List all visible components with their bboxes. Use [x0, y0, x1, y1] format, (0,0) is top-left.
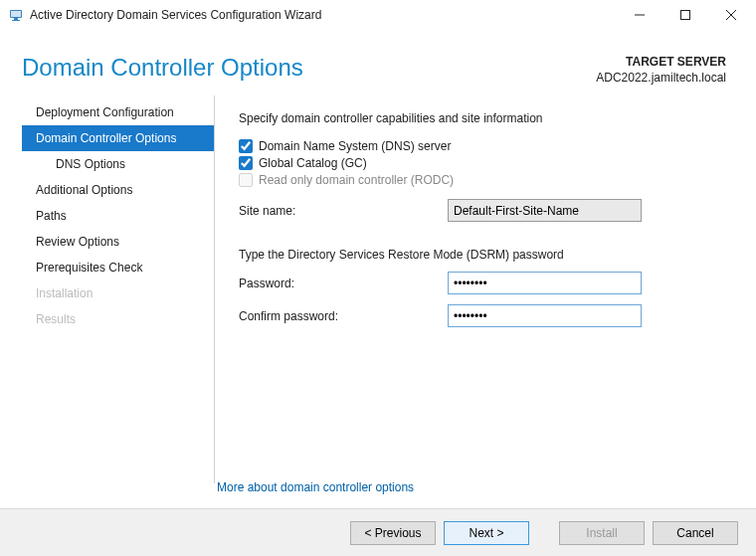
- next-button[interactable]: Next >: [444, 521, 529, 545]
- confirm-password-input[interactable]: [448, 304, 642, 327]
- target-server-value: ADC2022.jamiltech.local: [596, 70, 726, 86]
- svg-rect-1: [11, 11, 21, 17]
- capabilities-title: Specify domain controller capabilities a…: [239, 111, 726, 125]
- header: Domain Controller Options TARGET SERVER …: [0, 30, 756, 95]
- previous-button[interactable]: < Previous: [350, 521, 436, 545]
- checkbox-dns-label: Domain Name System (DNS) server: [259, 139, 451, 153]
- cancel-button[interactable]: Cancel: [653, 521, 738, 545]
- sidebar-item-paths[interactable]: Paths: [22, 203, 214, 229]
- checkbox-gc-label: Global Catalog (GC): [259, 156, 367, 170]
- close-button[interactable]: [708, 0, 754, 30]
- page-title: Domain Controller Options: [22, 54, 303, 82]
- sidebar-item-deployment-configuration[interactable]: Deployment Configuration: [22, 99, 214, 125]
- wizard-sidebar: Deployment Configuration Domain Controll…: [22, 95, 215, 483]
- dsrm-title: Type the Directory Services Restore Mode…: [239, 248, 726, 262]
- sidebar-item-domain-controller-options[interactable]: Domain Controller Options: [22, 125, 214, 151]
- sidebar-item-prerequisites-check[interactable]: Prerequisites Check: [22, 255, 214, 280]
- svg-rect-5: [681, 11, 690, 20]
- main-panel: Specify domain controller capabilities a…: [215, 95, 726, 483]
- footer: < Previous Next > Install Cancel: [0, 508, 756, 556]
- site-name-select[interactable]: Default-First-Site-Name: [448, 199, 642, 222]
- confirm-password-label: Confirm password:: [239, 309, 448, 323]
- sidebar-item-review-options[interactable]: Review Options: [22, 229, 214, 255]
- password-label: Password:: [239, 277, 448, 290]
- site-name-label: Site name:: [239, 204, 448, 218]
- sidebar-item-additional-options[interactable]: Additional Options: [22, 177, 214, 203]
- maximize-button[interactable]: [662, 0, 708, 30]
- checkbox-dns[interactable]: [239, 139, 253, 153]
- checkbox-rodc: [239, 173, 253, 187]
- target-server-block: TARGET SERVER ADC2022.jamiltech.local: [596, 54, 726, 86]
- app-icon: [8, 7, 24, 23]
- minimize-button[interactable]: [617, 0, 662, 30]
- target-server-label: TARGET SERVER: [596, 54, 726, 70]
- window-title: Active Directory Domain Services Configu…: [30, 8, 617, 22]
- password-input[interactable]: [448, 272, 642, 294]
- more-about-link[interactable]: More about domain controller options: [217, 480, 414, 494]
- sidebar-item-dns-options[interactable]: DNS Options: [22, 151, 214, 177]
- svg-rect-3: [12, 20, 20, 21]
- install-button: Install: [559, 521, 645, 545]
- title-bar: Active Directory Domain Services Configu…: [0, 0, 756, 30]
- checkbox-rodc-label: Read only domain controller (RODC): [259, 173, 454, 187]
- sidebar-item-installation: Installation: [22, 280, 214, 306]
- svg-rect-2: [14, 18, 18, 20]
- checkbox-gc[interactable]: [239, 156, 253, 170]
- sidebar-item-results: Results: [22, 306, 214, 332]
